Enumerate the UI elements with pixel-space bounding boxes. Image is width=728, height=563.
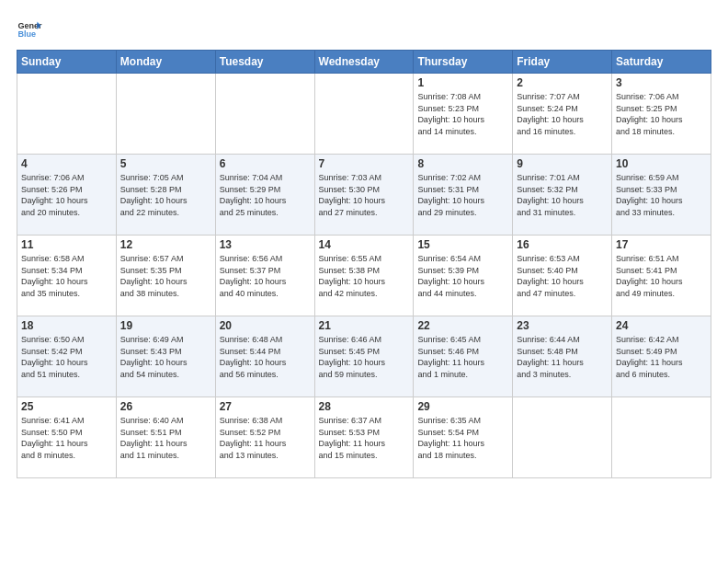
calendar-cell: 2Sunrise: 7:07 AM Sunset: 5:24 PM Daylig… [513,74,612,155]
calendar-week-row: 25Sunrise: 6:41 AM Sunset: 5:50 PM Dayli… [17,397,711,478]
day-number: 2 [517,76,608,89]
calendar-cell: 18Sunrise: 6:50 AM Sunset: 5:42 PM Dayli… [17,316,117,397]
day-number: 8 [417,157,508,170]
day-number: 26 [120,400,211,413]
calendar-cell: 15Sunrise: 6:54 AM Sunset: 5:39 PM Dayli… [414,236,513,316]
day-info: Sunrise: 6:49 AM Sunset: 5:43 PM Dayligh… [120,334,211,380]
calendar-header-wednesday: Wednesday [314,51,414,74]
calendar-cell [612,397,711,478]
day-info: Sunrise: 6:54 AM Sunset: 5:39 PM Dayligh… [417,253,508,299]
logo: General Blue [17,17,46,42]
calendar-week-row: 11Sunrise: 6:58 AM Sunset: 5:34 PM Dayli… [17,236,711,316]
calendar-cell: 25Sunrise: 6:41 AM Sunset: 5:50 PM Dayli… [17,397,117,478]
calendar-cell: 16Sunrise: 6:53 AM Sunset: 5:40 PM Dayli… [513,236,612,316]
calendar-cell: 12Sunrise: 6:57 AM Sunset: 5:35 PM Dayli… [116,236,215,316]
calendar-cell: 11Sunrise: 6:58 AM Sunset: 5:34 PM Dayli… [17,236,117,316]
calendar-week-row: 18Sunrise: 6:50 AM Sunset: 5:42 PM Dayli… [17,316,711,397]
calendar-cell: 6Sunrise: 7:04 AM Sunset: 5:29 PM Daylig… [215,155,314,236]
day-number: 13 [220,238,311,251]
day-number: 24 [616,319,707,332]
day-number: 22 [417,319,508,332]
calendar-cell: 5Sunrise: 7:05 AM Sunset: 5:28 PM Daylig… [116,155,215,236]
calendar-cell [17,74,117,155]
day-number: 5 [120,157,211,170]
day-number: 27 [220,400,311,413]
calendar-cell: 7Sunrise: 7:03 AM Sunset: 5:30 PM Daylig… [314,155,414,236]
day-number: 9 [517,157,608,170]
calendar-header-friday: Friday [513,51,612,74]
day-number: 11 [21,238,112,251]
calendar-cell: 19Sunrise: 6:49 AM Sunset: 5:43 PM Dayli… [116,316,215,397]
day-number: 18 [21,319,112,332]
calendar-header-sunday: Sunday [17,51,117,74]
day-info: Sunrise: 7:07 AM Sunset: 5:24 PM Dayligh… [517,91,608,137]
day-info: Sunrise: 7:01 AM Sunset: 5:32 PM Dayligh… [517,172,608,218]
day-number: 25 [21,400,112,413]
day-info: Sunrise: 6:56 AM Sunset: 5:37 PM Dayligh… [220,253,311,299]
day-info: Sunrise: 6:53 AM Sunset: 5:40 PM Dayligh… [517,253,608,299]
day-number: 21 [319,319,410,332]
logo-icon: General Blue [17,17,42,42]
calendar-cell [116,74,215,155]
calendar-cell: 9Sunrise: 7:01 AM Sunset: 5:32 PM Daylig… [513,155,612,236]
calendar-cell: 13Sunrise: 6:56 AM Sunset: 5:37 PM Dayli… [215,236,314,316]
day-info: Sunrise: 6:57 AM Sunset: 5:35 PM Dayligh… [120,253,211,299]
day-info: Sunrise: 7:06 AM Sunset: 5:26 PM Dayligh… [21,172,112,218]
day-number: 14 [319,238,410,251]
calendar-cell: 26Sunrise: 6:40 AM Sunset: 5:51 PM Dayli… [116,397,215,478]
calendar-cell: 21Sunrise: 6:46 AM Sunset: 5:45 PM Dayli… [314,316,414,397]
calendar-cell: 23Sunrise: 6:44 AM Sunset: 5:48 PM Dayli… [513,316,612,397]
day-number: 7 [319,157,410,170]
calendar-header-tuesday: Tuesday [215,51,314,74]
day-number: 12 [120,238,211,251]
day-number: 28 [319,400,410,413]
day-info: Sunrise: 6:42 AM Sunset: 5:49 PM Dayligh… [616,334,707,380]
calendar-cell [215,74,314,155]
calendar-cell: 29Sunrise: 6:35 AM Sunset: 5:54 PM Dayli… [414,397,513,478]
day-info: Sunrise: 6:55 AM Sunset: 5:38 PM Dayligh… [319,253,410,299]
day-number: 20 [220,319,311,332]
day-number: 15 [417,238,508,251]
day-number: 3 [616,76,707,89]
day-number: 19 [120,319,211,332]
calendar-cell: 4Sunrise: 7:06 AM Sunset: 5:26 PM Daylig… [17,155,117,236]
day-info: Sunrise: 6:58 AM Sunset: 5:34 PM Dayligh… [21,253,112,299]
page: General Blue SundayMondayTuesdayWednesda… [0,0,728,488]
day-info: Sunrise: 7:08 AM Sunset: 5:23 PM Dayligh… [417,91,508,137]
day-number: 10 [616,157,707,170]
svg-text:Blue: Blue [17,29,36,39]
calendar-cell: 20Sunrise: 6:48 AM Sunset: 5:44 PM Dayli… [215,316,314,397]
calendar-cell [314,74,414,155]
day-info: Sunrise: 6:38 AM Sunset: 5:52 PM Dayligh… [220,415,311,461]
day-info: Sunrise: 6:40 AM Sunset: 5:51 PM Dayligh… [120,415,211,461]
day-info: Sunrise: 6:59 AM Sunset: 5:33 PM Dayligh… [616,172,707,218]
calendar-cell: 24Sunrise: 6:42 AM Sunset: 5:49 PM Dayli… [612,316,711,397]
day-info: Sunrise: 6:37 AM Sunset: 5:53 PM Dayligh… [319,415,410,461]
day-info: Sunrise: 6:41 AM Sunset: 5:50 PM Dayligh… [21,415,112,461]
day-number: 6 [220,157,311,170]
day-number: 4 [21,157,112,170]
header: General Blue [17,17,711,42]
day-info: Sunrise: 7:06 AM Sunset: 5:25 PM Dayligh… [616,91,707,137]
calendar-cell: 17Sunrise: 6:51 AM Sunset: 5:41 PM Dayli… [612,236,711,316]
calendar-cell [513,397,612,478]
calendar-header-row: SundayMondayTuesdayWednesdayThursdayFrid… [17,51,711,74]
calendar-cell: 27Sunrise: 6:38 AM Sunset: 5:52 PM Dayli… [215,397,314,478]
day-info: Sunrise: 6:51 AM Sunset: 5:41 PM Dayligh… [616,253,707,299]
day-info: Sunrise: 6:35 AM Sunset: 5:54 PM Dayligh… [417,415,508,461]
calendar-header-thursday: Thursday [414,51,513,74]
calendar-header-monday: Monday [116,51,215,74]
day-info: Sunrise: 6:45 AM Sunset: 5:46 PM Dayligh… [417,334,508,380]
calendar-cell: 3Sunrise: 7:06 AM Sunset: 5:25 PM Daylig… [612,74,711,155]
day-info: Sunrise: 7:04 AM Sunset: 5:29 PM Dayligh… [220,172,311,218]
calendar-cell: 8Sunrise: 7:02 AM Sunset: 5:31 PM Daylig… [414,155,513,236]
day-info: Sunrise: 7:02 AM Sunset: 5:31 PM Dayligh… [417,172,508,218]
calendar-header-saturday: Saturday [612,51,711,74]
day-info: Sunrise: 6:48 AM Sunset: 5:44 PM Dayligh… [220,334,311,380]
calendar-cell: 10Sunrise: 6:59 AM Sunset: 5:33 PM Dayli… [612,155,711,236]
day-number: 23 [517,319,608,332]
calendar-cell: 1Sunrise: 7:08 AM Sunset: 5:23 PM Daylig… [414,74,513,155]
day-number: 16 [517,238,608,251]
calendar-cell: 28Sunrise: 6:37 AM Sunset: 5:53 PM Dayli… [314,397,414,478]
calendar: SundayMondayTuesdayWednesdayThursdayFrid… [17,50,711,478]
